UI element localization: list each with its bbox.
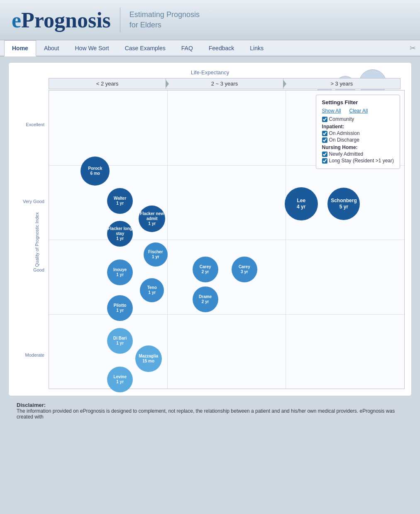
nav-home[interactable]: Home (4, 40, 36, 56)
bubble-carey-3[interactable]: Carey 3 yr (232, 257, 257, 282)
bubble-di-bari[interactable]: Di Bari 1 yr (107, 328, 133, 354)
nav-faq[interactable]: FAQ (173, 40, 201, 56)
life-range-gt3: > 3 years (283, 78, 400, 89)
disclaimer-title: Disclaimer: (17, 402, 46, 408)
nav-case-examples[interactable]: Case Examples (117, 40, 173, 56)
life-range-lt2: < 2 years (49, 78, 166, 89)
filter-newly-admitted[interactable]: Newly Admitted (322, 151, 394, 157)
filter-long-stay-checkbox[interactable] (322, 158, 327, 164)
chart-area: Quality of Prognostic Index Excellent Ve… (15, 90, 405, 389)
filter-community-checkbox[interactable] (322, 117, 327, 122)
disclaimer-text: The information provided on ePrognosis i… (17, 408, 395, 420)
grid-h2 (49, 240, 404, 240)
grid-h3 (49, 314, 404, 315)
settings-filter: Settings Filter Show All Clear All Commu… (316, 95, 400, 169)
show-all-link[interactable]: Show All (322, 108, 341, 114)
y-axis-label: Quality of Prognostic Index (34, 206, 39, 273)
filter-nursing-home-label: Nursing Home: (322, 144, 394, 150)
settings-icon[interactable]: ✂ (410, 44, 416, 53)
nav: Home About How We Sort Case Examples FAQ… (0, 40, 420, 56)
bubble-pilotto[interactable]: Pilotto 1 yr (107, 295, 133, 321)
filter-long-stay[interactable]: Long Stay (Resident >1 year) (322, 158, 394, 164)
y-axis: Quality of Prognostic Index Excellent Ve… (15, 90, 49, 389)
nav-feedback[interactable]: Feedback (201, 40, 242, 56)
filter-inpatient-label: Inpatient: (322, 124, 394, 130)
filter-on-discharge-checkbox[interactable] (322, 137, 327, 143)
bubble-flacker-long[interactable]: Flacker long stay 1 yr (107, 221, 133, 247)
nav-how-we-sort[interactable]: How We Sort (67, 40, 117, 56)
logo-divider (120, 7, 120, 32)
header: ePrognosis Estimating Prognosis for Elde… (0, 0, 420, 40)
nav-links[interactable]: Links (242, 40, 271, 56)
y-tick-verygood: Very Good (21, 198, 46, 205)
settings-filter-title: Settings Filter (322, 99, 394, 105)
bubble-levine[interactable]: Levine 1 yr (107, 367, 133, 392)
plot-area: Settings Filter Show All Clear All Commu… (49, 90, 405, 389)
filter-community[interactable]: Community (322, 116, 394, 122)
bubble-drame[interactable]: Drame 2 yr (193, 286, 218, 312)
logo-prognosis: Prognosis (21, 8, 111, 32)
bubble-flacker-new[interactable]: Flacker new admit 1 yr (139, 206, 165, 232)
chart-container: Use / Usefulness Life-Expectancy < 2 yea… (8, 62, 412, 396)
filter-on-admission-checkbox[interactable] (322, 131, 327, 136)
nav-about[interactable]: About (36, 40, 67, 56)
y-tick-moderate: Moderate (24, 352, 46, 358)
bubble-schonberg[interactable]: Schonberg 5 yr (327, 188, 360, 220)
logo-subtitle: Estimating Prognosis for Elders (129, 10, 200, 30)
disclaimer: Disclaimer: The information provided on … (8, 396, 412, 426)
bubble-fischer[interactable]: Fischer 1 yr (144, 242, 168, 267)
bubble-mazzaglia[interactable]: Mazzaglia 15 mo (135, 345, 162, 372)
clear-all-link[interactable]: Clear All (349, 108, 368, 114)
bubble-carey-2[interactable]: Carey 2 yr (193, 257, 218, 282)
filter-on-discharge[interactable]: On Discharge (322, 137, 394, 143)
bubble-walter[interactable]: Walter 1 yr (107, 188, 133, 214)
filter-on-admission[interactable]: On Admission (322, 130, 394, 136)
main-content: Use / Usefulness Life-Expectancy < 2 yea… (0, 56, 420, 431)
life-ranges: < 2 years 2 ~ 3 years > 3 years (49, 78, 400, 89)
y-tick-excellent: Excellent (24, 121, 46, 128)
bubble-porock[interactable]: Porock 6 mo (81, 157, 110, 186)
bubble-teno[interactable]: Teno 1 yr (140, 278, 164, 302)
filter-newly-admitted-checkbox[interactable] (322, 152, 327, 157)
life-range-2to3: 2 ~ 3 years (166, 78, 283, 89)
logo-e: e (12, 8, 21, 32)
bubble-inouye[interactable]: Inouye 1 yr (107, 259, 133, 285)
settings-filter-links: Show All Clear All (322, 108, 394, 114)
bubble-lee-4[interactable]: Lee 4 yr (285, 187, 318, 220)
